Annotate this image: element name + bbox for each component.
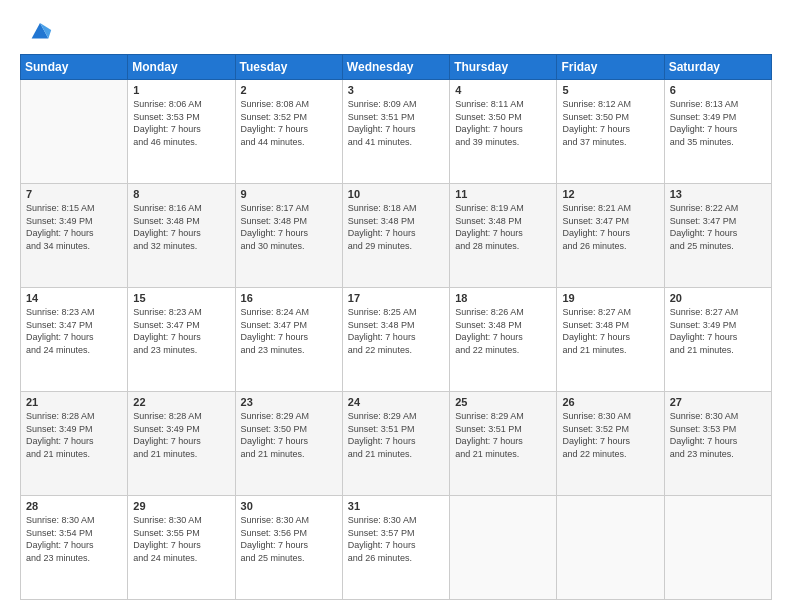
calendar-week-row: 21Sunrise: 8:28 AM Sunset: 3:49 PM Dayli… bbox=[21, 392, 772, 496]
calendar-cell: 11Sunrise: 8:19 AM Sunset: 3:48 PM Dayli… bbox=[450, 184, 557, 288]
day-number: 8 bbox=[133, 188, 229, 200]
calendar-cell: 29Sunrise: 8:30 AM Sunset: 3:55 PM Dayli… bbox=[128, 496, 235, 600]
day-info: Sunrise: 8:30 AM Sunset: 3:54 PM Dayligh… bbox=[26, 514, 122, 564]
day-number: 17 bbox=[348, 292, 444, 304]
calendar-cell: 25Sunrise: 8:29 AM Sunset: 3:51 PM Dayli… bbox=[450, 392, 557, 496]
day-number: 7 bbox=[26, 188, 122, 200]
day-info: Sunrise: 8:15 AM Sunset: 3:49 PM Dayligh… bbox=[26, 202, 122, 252]
weekday-header-thursday: Thursday bbox=[450, 55, 557, 80]
day-info: Sunrise: 8:29 AM Sunset: 3:50 PM Dayligh… bbox=[241, 410, 337, 460]
day-number: 9 bbox=[241, 188, 337, 200]
weekday-header-tuesday: Tuesday bbox=[235, 55, 342, 80]
day-number: 19 bbox=[562, 292, 658, 304]
logo bbox=[20, 16, 54, 44]
calendar-cell: 23Sunrise: 8:29 AM Sunset: 3:50 PM Dayli… bbox=[235, 392, 342, 496]
day-number: 24 bbox=[348, 396, 444, 408]
page: SundayMondayTuesdayWednesdayThursdayFrid… bbox=[0, 0, 792, 612]
weekday-header-friday: Friday bbox=[557, 55, 664, 80]
calendar-cell: 31Sunrise: 8:30 AM Sunset: 3:57 PM Dayli… bbox=[342, 496, 449, 600]
day-info: Sunrise: 8:25 AM Sunset: 3:48 PM Dayligh… bbox=[348, 306, 444, 356]
day-number: 2 bbox=[241, 84, 337, 96]
day-info: Sunrise: 8:30 AM Sunset: 3:56 PM Dayligh… bbox=[241, 514, 337, 564]
calendar-table: SundayMondayTuesdayWednesdayThursdayFrid… bbox=[20, 54, 772, 600]
day-number: 30 bbox=[241, 500, 337, 512]
weekday-header-row: SundayMondayTuesdayWednesdayThursdayFrid… bbox=[21, 55, 772, 80]
calendar-cell: 30Sunrise: 8:30 AM Sunset: 3:56 PM Dayli… bbox=[235, 496, 342, 600]
day-number: 14 bbox=[26, 292, 122, 304]
day-number: 23 bbox=[241, 396, 337, 408]
day-info: Sunrise: 8:30 AM Sunset: 3:57 PM Dayligh… bbox=[348, 514, 444, 564]
calendar-cell bbox=[450, 496, 557, 600]
day-number: 6 bbox=[670, 84, 766, 96]
weekday-header-wednesday: Wednesday bbox=[342, 55, 449, 80]
calendar-cell: 5Sunrise: 8:12 AM Sunset: 3:50 PM Daylig… bbox=[557, 80, 664, 184]
calendar-cell: 27Sunrise: 8:30 AM Sunset: 3:53 PM Dayli… bbox=[664, 392, 771, 496]
calendar-week-row: 28Sunrise: 8:30 AM Sunset: 3:54 PM Dayli… bbox=[21, 496, 772, 600]
day-number: 26 bbox=[562, 396, 658, 408]
day-number: 1 bbox=[133, 84, 229, 96]
calendar-week-row: 7Sunrise: 8:15 AM Sunset: 3:49 PM Daylig… bbox=[21, 184, 772, 288]
day-info: Sunrise: 8:29 AM Sunset: 3:51 PM Dayligh… bbox=[455, 410, 551, 460]
day-number: 31 bbox=[348, 500, 444, 512]
day-info: Sunrise: 8:16 AM Sunset: 3:48 PM Dayligh… bbox=[133, 202, 229, 252]
calendar-cell: 15Sunrise: 8:23 AM Sunset: 3:47 PM Dayli… bbox=[128, 288, 235, 392]
day-info: Sunrise: 8:26 AM Sunset: 3:48 PM Dayligh… bbox=[455, 306, 551, 356]
calendar-cell: 6Sunrise: 8:13 AM Sunset: 3:49 PM Daylig… bbox=[664, 80, 771, 184]
day-number: 4 bbox=[455, 84, 551, 96]
calendar-cell: 8Sunrise: 8:16 AM Sunset: 3:48 PM Daylig… bbox=[128, 184, 235, 288]
calendar-cell: 20Sunrise: 8:27 AM Sunset: 3:49 PM Dayli… bbox=[664, 288, 771, 392]
calendar-cell bbox=[21, 80, 128, 184]
day-info: Sunrise: 8:17 AM Sunset: 3:48 PM Dayligh… bbox=[241, 202, 337, 252]
logo-icon bbox=[26, 16, 54, 44]
calendar-cell: 28Sunrise: 8:30 AM Sunset: 3:54 PM Dayli… bbox=[21, 496, 128, 600]
calendar-cell: 21Sunrise: 8:28 AM Sunset: 3:49 PM Dayli… bbox=[21, 392, 128, 496]
calendar-cell: 12Sunrise: 8:21 AM Sunset: 3:47 PM Dayli… bbox=[557, 184, 664, 288]
day-info: Sunrise: 8:11 AM Sunset: 3:50 PM Dayligh… bbox=[455, 98, 551, 148]
day-number: 16 bbox=[241, 292, 337, 304]
calendar-cell: 4Sunrise: 8:11 AM Sunset: 3:50 PM Daylig… bbox=[450, 80, 557, 184]
day-info: Sunrise: 8:18 AM Sunset: 3:48 PM Dayligh… bbox=[348, 202, 444, 252]
header bbox=[20, 16, 772, 44]
day-number: 11 bbox=[455, 188, 551, 200]
weekday-header-monday: Monday bbox=[128, 55, 235, 80]
day-info: Sunrise: 8:24 AM Sunset: 3:47 PM Dayligh… bbox=[241, 306, 337, 356]
day-info: Sunrise: 8:22 AM Sunset: 3:47 PM Dayligh… bbox=[670, 202, 766, 252]
day-info: Sunrise: 8:23 AM Sunset: 3:47 PM Dayligh… bbox=[133, 306, 229, 356]
calendar-cell: 24Sunrise: 8:29 AM Sunset: 3:51 PM Dayli… bbox=[342, 392, 449, 496]
calendar-cell: 1Sunrise: 8:06 AM Sunset: 3:53 PM Daylig… bbox=[128, 80, 235, 184]
day-info: Sunrise: 8:27 AM Sunset: 3:48 PM Dayligh… bbox=[562, 306, 658, 356]
calendar-cell: 22Sunrise: 8:28 AM Sunset: 3:49 PM Dayli… bbox=[128, 392, 235, 496]
calendar-cell: 7Sunrise: 8:15 AM Sunset: 3:49 PM Daylig… bbox=[21, 184, 128, 288]
calendar-cell: 14Sunrise: 8:23 AM Sunset: 3:47 PM Dayli… bbox=[21, 288, 128, 392]
day-info: Sunrise: 8:28 AM Sunset: 3:49 PM Dayligh… bbox=[133, 410, 229, 460]
calendar-cell bbox=[557, 496, 664, 600]
day-info: Sunrise: 8:06 AM Sunset: 3:53 PM Dayligh… bbox=[133, 98, 229, 148]
calendar-cell: 16Sunrise: 8:24 AM Sunset: 3:47 PM Dayli… bbox=[235, 288, 342, 392]
calendar-cell: 10Sunrise: 8:18 AM Sunset: 3:48 PM Dayli… bbox=[342, 184, 449, 288]
day-info: Sunrise: 8:29 AM Sunset: 3:51 PM Dayligh… bbox=[348, 410, 444, 460]
calendar-cell: 19Sunrise: 8:27 AM Sunset: 3:48 PM Dayli… bbox=[557, 288, 664, 392]
day-number: 12 bbox=[562, 188, 658, 200]
day-number: 15 bbox=[133, 292, 229, 304]
calendar-cell bbox=[664, 496, 771, 600]
weekday-header-sunday: Sunday bbox=[21, 55, 128, 80]
day-number: 25 bbox=[455, 396, 551, 408]
day-number: 27 bbox=[670, 396, 766, 408]
day-info: Sunrise: 8:19 AM Sunset: 3:48 PM Dayligh… bbox=[455, 202, 551, 252]
day-number: 10 bbox=[348, 188, 444, 200]
calendar-cell: 26Sunrise: 8:30 AM Sunset: 3:52 PM Dayli… bbox=[557, 392, 664, 496]
day-info: Sunrise: 8:08 AM Sunset: 3:52 PM Dayligh… bbox=[241, 98, 337, 148]
calendar-cell: 18Sunrise: 8:26 AM Sunset: 3:48 PM Dayli… bbox=[450, 288, 557, 392]
calendar-cell: 3Sunrise: 8:09 AM Sunset: 3:51 PM Daylig… bbox=[342, 80, 449, 184]
calendar-week-row: 1Sunrise: 8:06 AM Sunset: 3:53 PM Daylig… bbox=[21, 80, 772, 184]
day-info: Sunrise: 8:30 AM Sunset: 3:55 PM Dayligh… bbox=[133, 514, 229, 564]
weekday-header-saturday: Saturday bbox=[664, 55, 771, 80]
calendar-cell: 17Sunrise: 8:25 AM Sunset: 3:48 PM Dayli… bbox=[342, 288, 449, 392]
day-number: 18 bbox=[455, 292, 551, 304]
day-number: 28 bbox=[26, 500, 122, 512]
day-info: Sunrise: 8:09 AM Sunset: 3:51 PM Dayligh… bbox=[348, 98, 444, 148]
calendar-week-row: 14Sunrise: 8:23 AM Sunset: 3:47 PM Dayli… bbox=[21, 288, 772, 392]
calendar-cell: 2Sunrise: 8:08 AM Sunset: 3:52 PM Daylig… bbox=[235, 80, 342, 184]
day-info: Sunrise: 8:13 AM Sunset: 3:49 PM Dayligh… bbox=[670, 98, 766, 148]
day-info: Sunrise: 8:23 AM Sunset: 3:47 PM Dayligh… bbox=[26, 306, 122, 356]
